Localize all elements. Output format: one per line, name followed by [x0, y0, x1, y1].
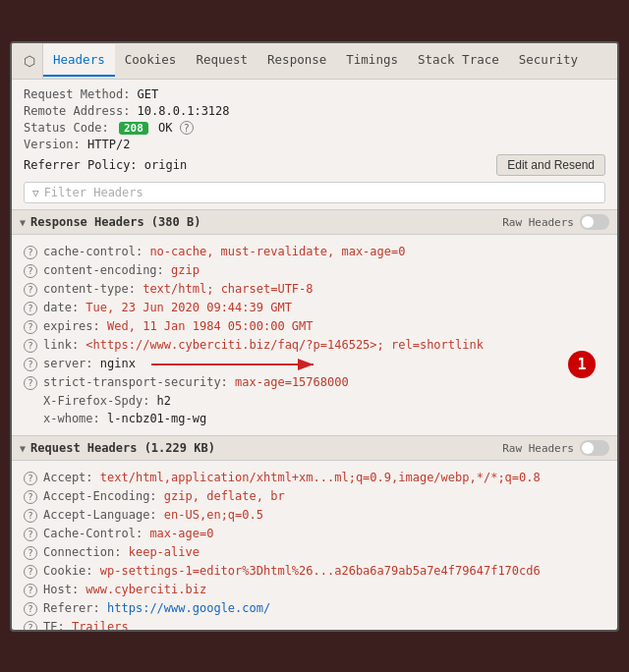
table-row: ? Host: www.cyberciti.biz	[24, 581, 605, 599]
header-name: date:	[43, 301, 86, 314]
request-headers-left: ▼ Request Headers (1.229 KB)	[20, 441, 215, 455]
tab-response[interactable]: Response	[257, 44, 336, 77]
remote-address-row: Remote Address: 10.8.0.1:3128	[24, 104, 605, 118]
table-row: ? strict-transport-security: max-age=157…	[24, 373, 605, 392]
table-row: ? Cookie: wp-settings-1=editor%3Dhtml%26…	[24, 562, 605, 581]
table-row: X-Firefox-Spdy: h2	[24, 392, 605, 410]
tab-headers[interactable]: Headers	[43, 44, 115, 77]
no-help-spacer	[24, 394, 43, 408]
help-icon[interactable]: ?	[24, 302, 37, 315]
header-name: Cache-Control:	[43, 527, 149, 540]
table-row: ? Connection: keep-alive	[24, 543, 605, 562]
header-value: gzip	[171, 263, 200, 277]
table-row: ? content-encoding: gzip	[24, 261, 605, 280]
header-value: https://www.google.com/	[107, 601, 270, 615]
content-area: Request Method: GET Remote Address: 10.8…	[12, 80, 617, 630]
help-icon[interactable]: ?	[24, 472, 37, 485]
help-icon[interactable]: ?	[24, 376, 37, 390]
table-row: ? expires: Wed, 11 Jan 1984 05:00:00 GMT	[24, 317, 605, 336]
table-row: ? date: Tue, 23 Jun 2020 09:44:39 GMT	[24, 299, 605, 317]
request-method-row: Request Method: GET	[24, 87, 605, 101]
header-name: strict-transport-security:	[43, 375, 235, 389]
annotation-arrow	[142, 355, 338, 374]
header-value: Tue, 23 Jun 2020 09:44:39 GMT	[86, 301, 292, 314]
table-row: ? TE: Trailers	[24, 618, 605, 630]
response-headers-arrow[interactable]: ▼	[20, 217, 26, 228]
help-icon[interactable]: ?	[24, 339, 37, 353]
remote-address-label: Remote Address:	[24, 104, 130, 118]
table-row: ? Cache-Control: max-age=0	[24, 525, 605, 543]
version-value: HTTP/2	[87, 138, 130, 151]
table-row: ? server: nginx 1	[24, 355, 605, 373]
tab-timings[interactable]: Timings	[336, 44, 408, 77]
header-value: gzip, deflate, br	[164, 489, 285, 503]
help-icon[interactable]: ?	[24, 264, 37, 278]
header-name: Accept-Language:	[43, 508, 164, 522]
header-value: Wed, 11 Jan 1984 05:00:00 GMT	[107, 319, 314, 333]
remote-address-value: 10.8.0.1:3128	[138, 104, 230, 118]
header-name: TE:	[43, 620, 72, 630]
version-row: Version: HTTP/2	[24, 138, 605, 151]
panel-icon[interactable]: ⬡	[16, 43, 43, 79]
header-value: l-ncbz01-mg-wg	[107, 412, 206, 425]
header-value: text/html; charset=UTF-8	[143, 282, 313, 296]
tab-security[interactable]: Security	[509, 44, 588, 77]
request-headers-arrow[interactable]: ▼	[20, 443, 26, 454]
help-icon[interactable]: ?	[24, 509, 37, 523]
help-icon[interactable]: ?	[24, 358, 37, 371]
status-code-label: Status Code:	[24, 121, 109, 135]
referrer-row: Referrer Policy: origin Edit and Resend	[24, 154, 605, 176]
header-value: max-age=15768000	[235, 375, 349, 389]
table-row: ? content-type: text/html; charset=UTF-8	[24, 280, 605, 299]
filter-bar[interactable]: ▽ Filter Headers	[24, 182, 605, 203]
tab-bar: ⬡ Headers Cookies Request Response Timin…	[12, 43, 617, 80]
table-row: ? Referer: https://www.google.com/	[24, 599, 605, 618]
request-raw-headers-toggle[interactable]	[580, 440, 609, 456]
status-text: OK	[158, 121, 172, 135]
request-raw-headers: Raw Headers	[502, 440, 609, 456]
help-icon[interactable]: ?	[24, 528, 37, 541]
header-value: h2	[157, 394, 171, 408]
status-code-row: Status Code: 208 OK ?	[24, 121, 605, 136]
header-value: www.cyberciti.biz	[86, 583, 206, 596]
header-value: nginx	[100, 357, 136, 370]
annotation-badge: 1	[568, 351, 596, 378]
header-value: Trailers	[72, 620, 129, 630]
header-name: Referer:	[43, 601, 107, 615]
status-help-icon[interactable]: ?	[180, 121, 194, 135]
help-icon[interactable]: ?	[24, 246, 37, 259]
help-icon[interactable]: ?	[24, 490, 37, 504]
header-name: cache-control:	[43, 245, 149, 258]
response-raw-headers: Raw Headers	[502, 214, 609, 230]
status-badge: 208	[119, 122, 148, 135]
help-icon[interactable]: ?	[24, 320, 37, 334]
header-name: server:	[43, 357, 100, 370]
table-row: ? link: <https://www.cyberciti.biz/faq/?…	[24, 336, 605, 355]
edit-resend-button[interactable]: Edit and Resend	[496, 154, 605, 176]
tab-cookies[interactable]: Cookies	[115, 44, 187, 77]
request-headers-content: ? Accept: text/html,application/xhtml+xm…	[24, 467, 605, 630]
response-raw-headers-label: Raw Headers	[502, 216, 574, 229]
help-icon[interactable]: ?	[24, 283, 37, 297]
request-headers-label: Request Headers (1.229 KB)	[30, 441, 215, 455]
help-icon[interactable]: ?	[24, 584, 37, 597]
referrer-value: origin	[144, 158, 187, 172]
help-icon[interactable]: ?	[24, 602, 37, 616]
header-value: text/html,application/xhtml+xm...ml;q=0.…	[100, 471, 541, 484]
tab-stacktrace[interactable]: Stack Trace	[408, 44, 509, 77]
header-value: max-age=0	[149, 527, 213, 540]
header-value: <https://www.cyberciti.biz/faq/?p=146525…	[86, 338, 484, 352]
response-raw-headers-toggle[interactable]	[580, 214, 609, 230]
help-icon[interactable]: ?	[24, 621, 37, 630]
request-headers-section-header: ▼ Request Headers (1.229 KB) Raw Headers	[12, 435, 617, 461]
tab-request[interactable]: Request	[186, 44, 257, 77]
no-help-spacer	[24, 412, 43, 425]
devtools-panel: ⬡ Headers Cookies Request Response Timin…	[10, 41, 619, 632]
response-headers-left: ▼ Response Headers (380 B)	[20, 215, 200, 229]
table-row: ? Accept-Language: en-US,en;q=0.5	[24, 506, 605, 525]
response-headers-section-header: ▼ Response Headers (380 B) Raw Headers	[12, 209, 617, 235]
header-name: X-Firefox-Spdy:	[43, 394, 157, 408]
help-icon[interactable]: ?	[24, 546, 37, 560]
help-icon[interactable]: ?	[24, 565, 37, 579]
header-value: en-US,en;q=0.5	[164, 508, 263, 522]
